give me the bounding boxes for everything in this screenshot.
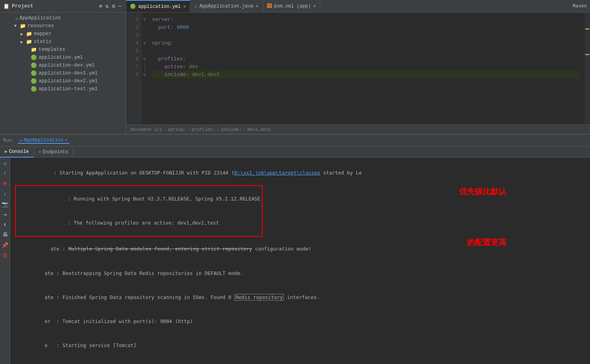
tree-item-templates[interactable]: 📁 templates: [0, 46, 126, 54]
tree-label: resources: [28, 23, 54, 29]
fold-arrow-1[interactable]: ▽: [142, 16, 147, 24]
fold-arrow-4[interactable]: ▽: [142, 39, 147, 47]
code-line-1: server:: [152, 16, 580, 24]
line-num-8: 8: [126, 71, 142, 79]
scroll-down-button[interactable]: ↓: [1, 190, 9, 198]
console-line-6: ate : Finished Spring Data repository sc…: [15, 286, 585, 309]
endpoints-icon: ⚡: [39, 149, 41, 154]
minimize-icon[interactable]: —: [118, 2, 122, 10]
project-icon: 📋: [3, 3, 9, 9]
annotation-text-2: 的配置更高: [467, 236, 507, 249]
code-line-6: profiles:: [152, 55, 580, 63]
yaml-icon: 🟢: [31, 62, 37, 69]
tab-label: pom.xml (app): [274, 4, 311, 9]
class-path-link[interactable]: D:\xx1_job\app\target\classes: [234, 170, 320, 176]
bc-item-4: dev1,dev2: [247, 127, 271, 132]
code-line-5: [152, 47, 580, 55]
code-line-3: [152, 32, 580, 39]
line-num-7: 7: [126, 63, 142, 71]
bc-item-2: profiles:: [192, 127, 215, 132]
settings-icon[interactable]: ⚙: [111, 2, 116, 10]
yaml-icon: 🟢: [31, 54, 37, 61]
rerun-button[interactable]: ↺: [1, 159, 9, 167]
annotated-block: : Running with Spring Boot V2.3.7.RELEAS…: [15, 185, 585, 237]
arrow-icon: ▼: [14, 24, 19, 28]
tree-item-application-test-yml[interactable]: 🟢 application-test.yml: [0, 85, 126, 93]
editor-content: 1 2 3 4 5 6 7 8 ▽ ▽ ▽: [126, 13, 590, 124]
tree-label: application-test.yml: [39, 86, 98, 92]
tree-label: application.yml: [39, 55, 83, 60]
delete-button[interactable]: 🗑: [1, 251, 9, 259]
wrap-button[interactable]: ⇥: [1, 210, 9, 218]
close-tab-icon[interactable]: ✕: [256, 3, 258, 9]
tab-label: AppApplication.java: [200, 4, 254, 9]
yaml-icon: 🟢: [31, 86, 37, 92]
fold-line: [142, 24, 147, 32]
add-icon[interactable]: ⊕: [98, 2, 103, 10]
code-line-2: port: 9000: [152, 24, 580, 32]
maven-panel-tab[interactable]: Maven: [570, 0, 590, 12]
console-tab-label: Console: [9, 149, 29, 154]
yaml-tab-icon: 🟢: [130, 4, 136, 9]
annotation-text-1: 优先级比默认: [459, 185, 507, 198]
folder-open-icon: 📁: [20, 23, 26, 29]
console-line-2: : Running with Spring Boot V2.3.7.RELEAS…: [17, 187, 260, 211]
project-sidebar: 📋 Project ⊕ ⇅ ⚙ — ☕ AppApplication: [0, 0, 126, 134]
sidebar-title: Project: [12, 3, 33, 9]
fold-line: [142, 47, 147, 55]
run-close-icon[interactable]: ✕: [65, 137, 68, 143]
tree-item-application-dev-yml[interactable]: 🟢 application-dev.yml: [0, 61, 126, 69]
editor-scrollbar[interactable]: [584, 13, 590, 124]
import-button[interactable]: ⬆: [1, 221, 9, 228]
gutter-mark-1: [585, 28, 589, 30]
run-panel: Run: ☕ AppApplication ✕ ▶ Console ⚡ Endp…: [0, 134, 590, 364]
breadcrumb: Document 1/1 › spring: › profiles: › inc…: [126, 124, 590, 134]
tree-item-application-dev1-yml[interactable]: 🟢 application-dev1.yml: [0, 69, 126, 77]
console-line-5: ate : Bootstrapping Spring Data Redis re…: [15, 262, 585, 285]
tab-endpoints[interactable]: ⚡ Endpoints: [34, 147, 73, 158]
arrow-icon: ▶: [20, 32, 25, 37]
tree-item-resources[interactable]: ▼ 📁 resources: [0, 22, 126, 30]
console-line-7: er : Tomcat initialized with port(s): 90…: [15, 310, 585, 333]
console-output[interactable]: : Starting AppApplication on DESKTOP-FGN…: [10, 158, 590, 364]
tree-label: mapper: [34, 31, 52, 37]
line-num-6: 6: [126, 55, 142, 63]
maven-tab-icon: 🅼: [267, 3, 272, 9]
run-app-icon: ☕: [19, 137, 22, 143]
folder-icon: 📁: [31, 46, 37, 53]
tree-item-mapper[interactable]: ▶ 📁 mapper: [0, 30, 126, 38]
yaml-icon: 🟢: [31, 70, 37, 76]
run-app-tab[interactable]: ☕ AppApplication ✕: [18, 137, 69, 144]
tree-label: application-dev1.yml: [39, 71, 98, 76]
bc-sep: ›: [163, 127, 166, 132]
tab-pom-xml[interactable]: 🅼 pom.xml (app) ✕: [263, 0, 321, 12]
tab-appapplication-java[interactable]: ☕ AppApplication.java ✕: [190, 0, 263, 12]
tree-item-static[interactable]: ▶ 📁 static: [0, 38, 126, 46]
code-editor[interactable]: server: port: 9000 spring: profiles: act…: [147, 13, 584, 124]
fold-arrow-6[interactable]: ▽: [142, 55, 147, 63]
java-tab-icon: ☕: [194, 3, 197, 9]
project-tree: ☕ AppApplication ▼ 📁 resources ▶ 📁 mappe…: [0, 13, 126, 134]
camera-button[interactable]: 📷: [1, 200, 9, 208]
tree-item-appapplication[interactable]: ☕ AppApplication: [0, 14, 126, 22]
pin-button[interactable]: 📌: [1, 241, 9, 249]
run-label: Run:: [3, 138, 15, 143]
layout-icon[interactable]: ⇅: [105, 2, 109, 10]
stop-button[interactable]: ■: [1, 180, 9, 188]
fold-arrow-8[interactable]: ▽: [142, 71, 147, 79]
line-numbers: 1 2 3 4 5 6 7 8: [126, 13, 142, 124]
sidebar-header: 📋 Project ⊕ ⇅ ⚙ —: [0, 0, 126, 13]
tree-item-application-yml[interactable]: 🟢 application.yml: [0, 54, 126, 61]
tree-label: static: [34, 39, 52, 45]
scroll-up-button[interactable]: ↑: [1, 169, 9, 177]
line-num-5: 5: [126, 47, 142, 55]
close-tab-icon[interactable]: ✕: [183, 4, 186, 9]
close-tab-icon[interactable]: ✕: [313, 3, 316, 9]
tab-console[interactable]: ▶ Console: [0, 147, 34, 158]
code-line-8: include: dev1,dev2: [152, 71, 580, 79]
code-line-4: spring:: [152, 39, 580, 47]
tree-item-application-dev2-yml[interactable]: 🟢 application-dev2.yml: [0, 77, 126, 85]
tab-application-yml[interactable]: 🟢 application.yml ✕: [126, 0, 190, 12]
tree-label: AppApplication: [20, 15, 61, 21]
print-button[interactable]: 🖶: [1, 231, 9, 239]
